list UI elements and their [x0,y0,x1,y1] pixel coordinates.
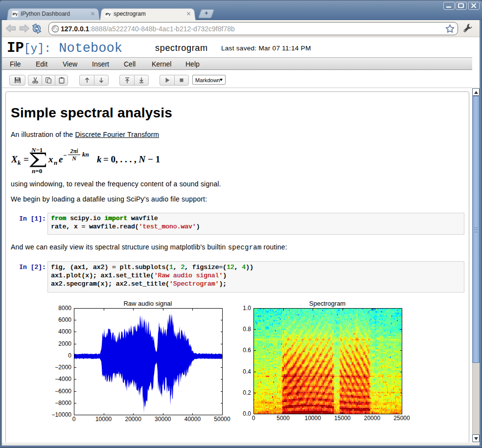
svg-text:8000: 8000 [58,305,71,312]
svg-text:0: 0 [252,415,255,422]
svg-text:15000: 15000 [334,415,351,422]
svg-text:−8000: −8000 [55,400,71,406]
svg-text:5000: 5000 [276,415,290,422]
svg-text:50000: 50000 [214,416,230,423]
svg-text:0: 0 [72,416,76,423]
svg-text:Spectrogram: Spectrogram [309,300,345,307]
svg-text:25000: 25000 [393,415,410,422]
svg-text:20000: 20000 [364,415,381,422]
svg-text:0: 0 [68,352,71,359]
svg-text:10000: 10000 [95,416,112,423]
svg-text:−2000: −2000 [55,364,71,371]
svg-text:30000: 30000 [155,416,171,423]
svg-text:20000: 20000 [125,416,142,423]
svg-text:6000: 6000 [58,316,71,323]
svg-text:0.2: 0.2 [243,389,251,396]
svg-text:10000: 10000 [305,415,321,422]
svg-text:4000: 4000 [58,328,71,335]
svg-text:Raw audio signal: Raw audio signal [123,300,172,307]
svg-text:1.0: 1.0 [243,305,251,312]
svg-text:−10000: −10000 [52,411,72,418]
svg-text:0.8: 0.8 [243,326,251,333]
svg-text:−6000: −6000 [55,388,71,395]
svg-text:40000: 40000 [184,416,201,423]
svg-text:2000: 2000 [58,340,71,347]
svg-text:0.0: 0.0 [243,410,251,417]
svg-text:−4000: −4000 [55,376,71,382]
svg-text:0.6: 0.6 [243,347,251,354]
svg-text:0.4: 0.4 [243,368,251,375]
